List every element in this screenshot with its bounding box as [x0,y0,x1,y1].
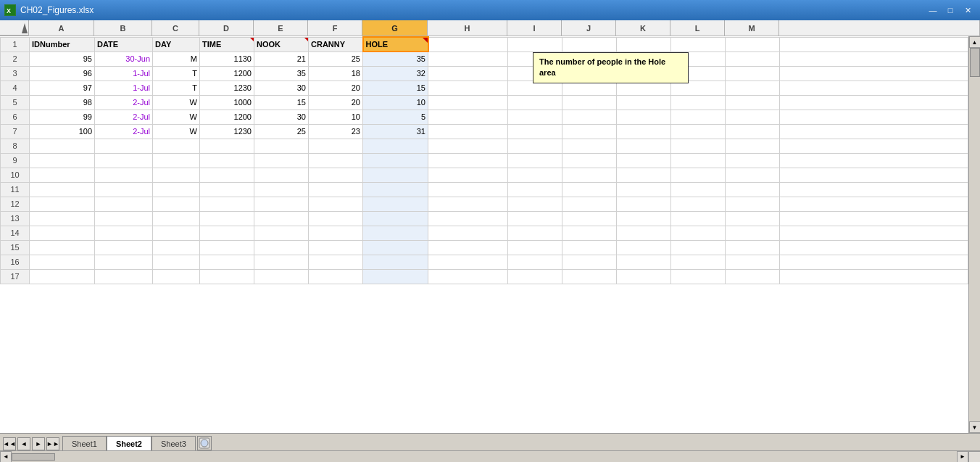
cell-a6[interactable]: 99 [30,110,95,124]
cell-l1[interactable] [671,37,726,51]
cell-m6[interactable] [726,110,780,124]
cell-m1[interactable] [726,37,780,51]
horizontal-scrollbar[interactable]: ◄ ► [0,451,968,462]
tab-first-button[interactable]: ◄◄ [3,437,16,450]
cell-e7[interactable]: 25 [254,124,309,139]
cell-c2[interactable]: M [153,51,200,66]
col-header-i[interactable]: I [507,20,562,36]
cell-e5[interactable]: 15 [254,95,309,110]
cell-k1[interactable] [617,37,671,51]
cell-b4[interactable]: 1-Jul [95,81,153,95]
cell-e6[interactable]: 30 [254,110,309,124]
cell-d3[interactable]: 1200 [200,66,254,81]
cell-c1[interactable]: DAY [153,37,200,51]
cell-h7[interactable] [428,124,508,139]
cell-j7[interactable] [562,124,617,139]
tab-last-button[interactable]: ►► [46,437,59,450]
cell-i5[interactable] [508,95,562,110]
cell-e2[interactable]: 21 [254,51,309,66]
cell-d5[interactable]: 1000 [200,95,254,110]
cell-g7[interactable]: 31 [363,124,428,139]
col-header-a[interactable]: A [29,20,94,36]
cell-h1[interactable] [428,37,508,51]
cell-f7[interactable]: 23 [309,124,363,139]
cell-d2[interactable]: 1130 [200,51,254,66]
col-header-k[interactable]: K [616,20,670,36]
cell-d1[interactable]: TIME [200,37,254,51]
col-header-b[interactable]: B [94,20,152,36]
cell-i7[interactable] [508,124,562,139]
cell-g1[interactable]: HOLE [363,37,428,51]
col-header-j[interactable]: J [562,20,616,36]
col-header-g[interactable]: G [362,20,428,36]
maximize-button[interactable]: □ [942,4,958,17]
cell-m3[interactable] [726,66,780,81]
cell-j1[interactable] [562,37,617,51]
cell-f6[interactable]: 10 [309,110,363,124]
col-header-h[interactable]: H [428,20,507,36]
cell-b3[interactable]: 1-Jul [95,66,153,81]
cell-j5[interactable] [562,95,617,110]
cell-b1[interactable]: DATE [95,37,153,51]
cell-m4[interactable] [726,81,780,95]
tab-next-button[interactable]: ► [32,437,45,450]
add-sheet-button[interactable] [197,436,212,450]
cell-f2[interactable]: 25 [309,51,363,66]
cell-k7[interactable] [617,124,671,139]
scroll-up-button[interactable]: ▲ [969,36,981,48]
cell-h2[interactable] [428,51,508,66]
cell-l6[interactable] [671,110,726,124]
cell-a7[interactable]: 100 [30,124,95,139]
cell-a1[interactable]: IDNumber [30,37,95,51]
corner-resize-button[interactable] [968,451,980,462]
close-button[interactable]: ✕ [960,4,976,17]
cell-c7[interactable]: W [153,124,200,139]
scroll-track-h[interactable] [12,453,957,461]
sheet-tab-sheet2[interactable]: Sheet2 [107,436,151,450]
cell-m2[interactable] [726,51,780,66]
cell-a3[interactable]: 96 [30,66,95,81]
cell-i6[interactable] [508,110,562,124]
vertical-scrollbar[interactable]: ▲ ▼ [968,36,980,433]
cell-h3[interactable] [428,66,508,81]
cell-a2[interactable]: 95 [30,51,95,66]
cell-h5[interactable] [428,95,508,110]
cell-a5[interactable]: 98 [30,95,95,110]
tab-prev-button[interactable]: ◄ [17,437,30,450]
cell-g6[interactable]: 5 [363,110,428,124]
scroll-thumb-h[interactable] [12,453,55,461]
scroll-down-button[interactable]: ▼ [969,421,981,433]
cell-j6[interactable] [562,110,617,124]
scroll-left-button[interactable]: ◄ [0,451,12,463]
col-header-f[interactable]: F [308,20,362,36]
cell-c5[interactable]: W [153,95,200,110]
cell-k5[interactable] [617,95,671,110]
cell-b6[interactable]: 2-Jul [95,110,153,124]
cell-m7[interactable] [726,124,780,139]
sheet-tab-sheet1[interactable]: Sheet1 [62,436,107,450]
scroll-track-v[interactable] [969,48,980,421]
cell-f3[interactable]: 18 [309,66,363,81]
cell-d6[interactable]: 1200 [200,110,254,124]
cell-b5[interactable]: 2-Jul [95,95,153,110]
col-header-c[interactable]: C [152,20,199,36]
col-header-e[interactable]: E [254,20,308,36]
cell-c6[interactable]: W [153,110,200,124]
cell-c3[interactable]: T [153,66,200,81]
cell-e4[interactable]: 30 [254,81,309,95]
cell-b7[interactable]: 2-Jul [95,124,153,139]
col-header-l[interactable]: L [670,20,725,36]
cell-d7[interactable]: 1230 [200,124,254,139]
sheet-tab-sheet3[interactable]: Sheet3 [151,436,196,450]
cell-m5[interactable] [726,95,780,110]
cell-h6[interactable] [428,110,508,124]
cell-h4[interactable] [428,81,508,95]
scroll-right-button[interactable]: ► [957,451,968,463]
minimize-button[interactable]: — [925,4,941,17]
cell-c4[interactable]: T [153,81,200,95]
cell-g5[interactable]: 10 [363,95,428,110]
col-header-m[interactable]: M [725,20,779,36]
cell-d4[interactable]: 1230 [200,81,254,95]
cell-f1[interactable]: CRANNY [309,37,363,51]
cell-b2[interactable]: 30-Jun [95,51,153,66]
